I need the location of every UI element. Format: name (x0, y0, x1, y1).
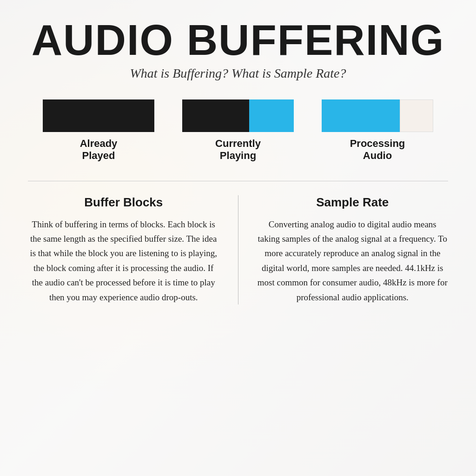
block-label-already-played: AlreadyPlayed (80, 138, 118, 162)
left-column-title: Buffer Blocks (84, 195, 163, 210)
blue-half (249, 99, 294, 132)
right-column-title: Sample Rate (316, 195, 389, 210)
blue-large (322, 99, 400, 132)
black-block (43, 99, 154, 132)
white-small (400, 99, 433, 132)
two-columns-section: Buffer Blocks Think of buffering in term… (28, 195, 448, 304)
section-divider (28, 181, 448, 181)
block-visual-processing-audio (322, 99, 433, 132)
right-column: Sample Rate Converting analog audio to d… (257, 195, 449, 304)
page-subtitle: What is Buffering? What is Sample Rate? (130, 66, 346, 81)
black-half (182, 99, 249, 132)
block-label-currently-playing: CurrentlyPlaying (215, 138, 261, 162)
block-already-played: AlreadyPlayed (43, 99, 154, 162)
blocks-row: AlreadyPlayed CurrentlyPlaying Processin… (28, 99, 448, 162)
right-column-body: Converting analog audio to digital audio… (257, 217, 449, 304)
block-label-processing-audio: ProcessingAudio (350, 138, 405, 162)
block-visual-already-played (43, 99, 154, 132)
left-column-body: Think of buffering in terms of blocks. E… (28, 217, 219, 304)
block-currently-playing: CurrentlyPlaying (182, 99, 294, 162)
block-visual-currently-playing (182, 99, 294, 132)
vertical-divider (238, 195, 238, 304)
page-title: AUDIO BUFFERING (32, 19, 445, 61)
main-content: AUDIO BUFFERING What is Buffering? What … (0, 0, 476, 476)
block-processing-audio: ProcessingAudio (322, 99, 433, 162)
left-column: Buffer Blocks Think of buffering in term… (28, 195, 219, 304)
